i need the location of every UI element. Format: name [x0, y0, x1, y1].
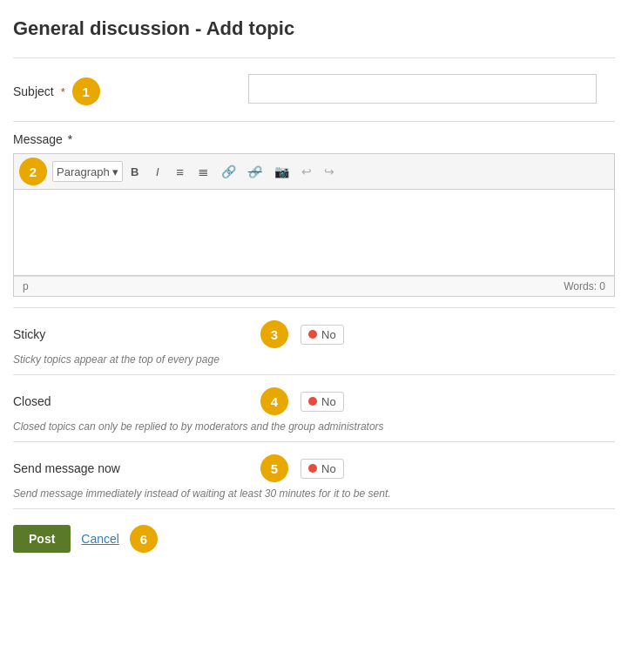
subject-badge: 1 [72, 77, 100, 105]
ordered-list-button[interactable]: ≣ [192, 161, 214, 182]
subject-label-col: Subject * 1 [13, 74, 248, 105]
italic-button[interactable]: I [147, 161, 168, 182]
sticky-row: Sticky 3 No [13, 320, 615, 348]
subject-required: * [61, 85, 65, 98]
bullet-list-button[interactable]: ≡ [170, 161, 191, 182]
unlink-button[interactable]: 🔗 [243, 161, 267, 182]
sticky-hint: Sticky topics appear at the top of every… [13, 353, 615, 366]
message-badge: 2 [19, 158, 47, 185]
subject-input-col [248, 74, 615, 104]
word-count-display: Words: 0 [564, 280, 605, 292]
send-message-toggle-value: No [321, 462, 336, 475]
italic-icon: I [156, 165, 159, 178]
editor-element-indicator: p [23, 280, 29, 292]
paragraph-arrow-icon: ▾ [112, 165, 118, 178]
closed-badge-col: 4 [248, 387, 300, 415]
send-message-row: Send message now 5 No [13, 454, 615, 482]
link-button[interactable]: 🔗 [216, 161, 241, 182]
sticky-section: Sticky 3 No Sticky topics appear at the … [13, 308, 615, 374]
send-message-badge: 5 [260, 454, 288, 482]
paragraph-selector[interactable]: Paragraph ▾ [52, 161, 123, 182]
post-button[interactable]: Post [13, 525, 71, 553]
closed-toggle[interactable]: No [300, 392, 344, 412]
image-icon: 📷 [274, 165, 289, 178]
bold-button[interactable]: B [125, 161, 145, 182]
editor-toolbar: 2 Paragraph ▾ B I ≡ ≣ 🔗 🔗 📷 ↩ ↪ [13, 153, 615, 189]
closed-badge: 4 [260, 387, 288, 415]
link-icon: 🔗 [221, 165, 236, 178]
actions-badge: 6 [130, 525, 158, 553]
closed-toggle-dot [308, 397, 317, 406]
form-actions: Post Cancel 6 [13, 509, 615, 561]
bold-icon: B [131, 165, 138, 178]
sticky-badge: 3 [260, 320, 288, 348]
unlink-icon: 🔗 [248, 165, 262, 178]
closed-hint: Closed topics can only be replied to by … [13, 420, 615, 433]
redo-button[interactable]: ↪ [319, 161, 340, 182]
message-section: Message * 2 Paragraph ▾ B I ≡ ≣ 🔗 🔗 📷 [13, 122, 615, 297]
paragraph-label: Paragraph [57, 165, 110, 178]
send-message-toggle[interactable]: No [300, 459, 344, 479]
cancel-button[interactable]: Cancel [81, 532, 119, 546]
sticky-toggle-value: No [321, 328, 336, 341]
message-required: * [68, 132, 72, 146]
send-message-hint: Send message immediately instead of wait… [13, 487, 615, 500]
sticky-badge-col: 3 [248, 320, 300, 348]
send-message-toggle-dot [308, 464, 317, 473]
editor-status-bar: p Words: 0 [13, 276, 615, 297]
undo-icon: ↩ [301, 165, 312, 178]
send-message-section: Send message now 5 No Send message immed… [13, 442, 615, 508]
message-label: Message [13, 132, 63, 146]
closed-label: Closed [13, 394, 248, 408]
subject-input[interactable] [248, 74, 597, 104]
redo-icon: ↪ [324, 165, 334, 178]
message-editor-area[interactable] [13, 189, 615, 276]
sticky-toggle[interactable]: No [300, 325, 344, 345]
closed-section: Closed 4 No Closed topics can only be re… [13, 375, 615, 441]
undo-button[interactable]: ↩ [296, 161, 317, 182]
send-message-badge-col: 5 [248, 454, 300, 482]
send-message-label: Send message now [13, 461, 248, 475]
sticky-label: Sticky [13, 327, 248, 341]
subject-label: Subject [13, 84, 54, 98]
image-button[interactable]: 📷 [269, 161, 294, 182]
ordered-list-icon: ≣ [198, 164, 209, 179]
sticky-toggle-dot [308, 330, 317, 339]
bullet-list-icon: ≡ [176, 165, 184, 179]
message-label-row: Message * [13, 132, 615, 146]
closed-toggle-value: No [321, 395, 336, 408]
subject-row: Subject * 1 [13, 58, 615, 114]
page-title: General discussion - Add topic [13, 17, 615, 40]
closed-row: Closed 4 No [13, 387, 615, 415]
